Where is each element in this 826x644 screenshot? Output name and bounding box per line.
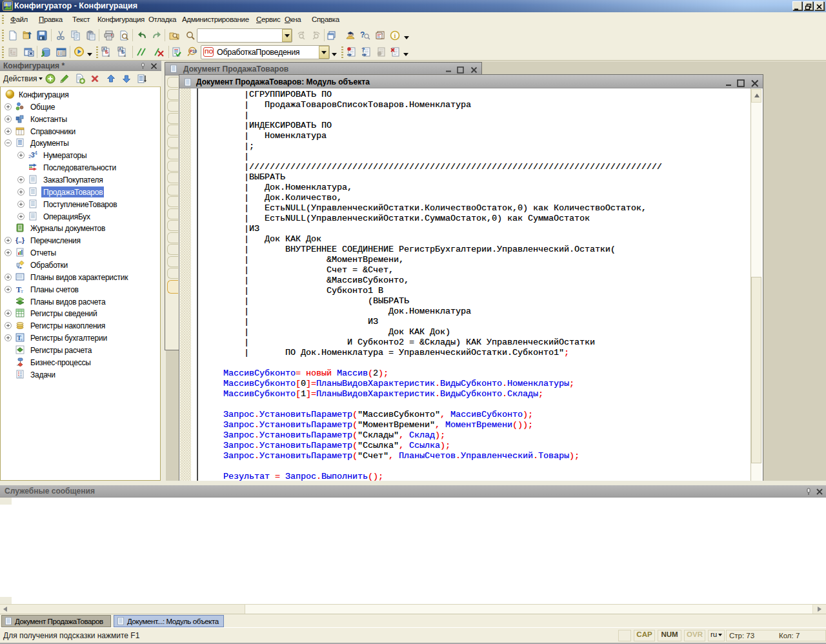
svg-text:?: ? xyxy=(360,30,365,39)
svg-text:4: 4 xyxy=(34,150,37,156)
svg-text:?: ? xyxy=(361,46,365,53)
svg-text:с: с xyxy=(108,54,110,57)
svg-text:с: с xyxy=(124,54,126,57)
svg-text:т: т xyxy=(21,337,23,342)
svg-text:10: 10 xyxy=(192,49,197,54)
svg-text:т: т xyxy=(21,288,23,294)
svg-text:i: i xyxy=(394,32,396,39)
svg-text:{..}: {..} xyxy=(15,236,25,244)
